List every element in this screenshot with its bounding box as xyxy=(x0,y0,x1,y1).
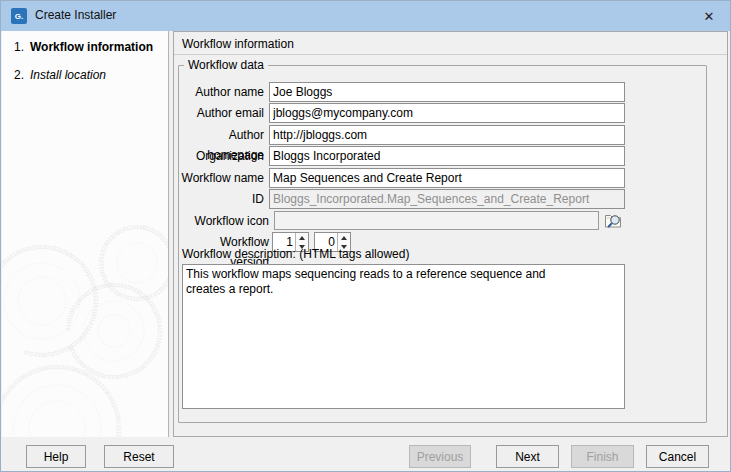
previous-button[interactable]: Previous xyxy=(409,445,471,468)
next-button[interactable]: Next xyxy=(496,445,559,468)
author-homepage-input[interactable] xyxy=(269,125,625,145)
cancel-button[interactable]: Cancel xyxy=(646,445,709,468)
panel-title: Workflow information xyxy=(182,37,294,51)
workflow-information-panel: Workflow information Workflow data Autho… xyxy=(173,31,728,437)
create-installer-dialog: G. Create Installer ✕ 0110100110010 xyxy=(0,0,731,472)
author-name-input[interactable] xyxy=(269,82,625,102)
wizard-steps-sidebar: 0110100110010110100101101001011010011001… xyxy=(2,31,169,437)
binary-watermark: 0110100110010110100101101001011010011001… xyxy=(2,31,169,437)
step-label: Workflow information xyxy=(30,40,153,54)
close-icon[interactable]: ✕ xyxy=(692,1,726,31)
header-separator xyxy=(174,54,727,55)
author-name-label: Author name xyxy=(178,82,264,102)
spin-up-icon[interactable] xyxy=(338,233,350,242)
spin-up-icon[interactable] xyxy=(296,233,308,242)
workflow-icon-label: Workflow icon xyxy=(178,211,269,231)
title-bar: G. Create Installer ✕ xyxy=(1,1,730,31)
svg-text:011010011001011010010110100101: 0110100110010110100101101001011010011001… xyxy=(2,244,99,358)
workflow-id-field xyxy=(269,189,625,209)
groupbox-title: Workflow data xyxy=(184,58,268,72)
window-title: Create Installer xyxy=(35,8,116,22)
author-email-input[interactable] xyxy=(269,103,625,123)
browse-icon-button[interactable] xyxy=(602,210,624,230)
workflow-name-input[interactable] xyxy=(269,168,625,188)
workflow-icon-field xyxy=(274,211,599,230)
workflow-description-label: Workflow description: (HTML tags allowed… xyxy=(182,247,409,261)
workflow-description-textarea[interactable]: This workflow maps sequencing reads to a… xyxy=(182,264,625,409)
sidebar-step-install-location: 2.Install location xyxy=(14,68,106,82)
organization-input[interactable] xyxy=(269,146,625,166)
help-button[interactable]: Help xyxy=(26,445,86,468)
folder-search-icon xyxy=(603,211,623,229)
author-email-label: Author email xyxy=(178,103,264,123)
finish-button[interactable]: Finish xyxy=(571,445,634,468)
step-number: 2. xyxy=(14,68,30,82)
workflow-id-label: ID xyxy=(178,189,264,209)
reset-button[interactable]: Reset xyxy=(104,445,174,468)
workflow-name-label: Workflow name xyxy=(178,168,264,188)
step-number: 1. xyxy=(14,40,30,54)
app-icon: G. xyxy=(11,8,27,24)
step-label: Install location xyxy=(30,68,106,82)
sidebar-step-workflow-information: 1.Workflow information xyxy=(14,40,153,54)
organization-label: Organization xyxy=(178,146,264,166)
